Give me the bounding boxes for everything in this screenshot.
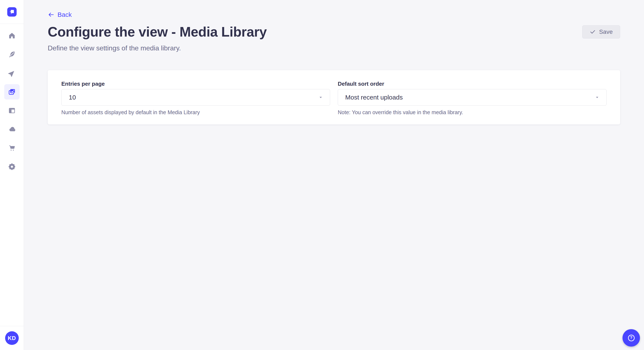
feather-content-icon xyxy=(8,51,16,58)
cloud-icon xyxy=(8,126,16,133)
sidebar-item-home[interactable] xyxy=(4,28,20,43)
field-label: Entries per page xyxy=(61,81,330,87)
chevron-down-icon xyxy=(318,95,324,100)
field-default-sort-order: Default sort order Most recent uploads N… xyxy=(338,81,606,115)
field-label: Default sort order xyxy=(338,81,606,87)
layout-builder-icon xyxy=(8,107,16,114)
entries-per-page-select[interactable]: 10 xyxy=(61,89,330,106)
sidebar-item-media-library[interactable] xyxy=(4,84,20,100)
logo-section xyxy=(0,0,24,24)
sidebar-nav xyxy=(0,28,24,174)
back-link[interactable]: Back xyxy=(48,0,72,18)
page-title: Configure the view - Media Library xyxy=(48,25,267,39)
sidebar-footer: KD xyxy=(0,326,24,350)
default-sort-order-select[interactable]: Most recent uploads xyxy=(338,89,606,106)
cart-marketplace-icon xyxy=(8,144,16,152)
strapi-logo[interactable] xyxy=(7,7,16,16)
question-mark-icon: ? xyxy=(628,335,635,341)
gear-settings-icon xyxy=(8,163,16,171)
arrow-left-icon xyxy=(48,11,54,18)
select-value: 10 xyxy=(69,94,76,101)
home-icon xyxy=(8,32,16,39)
sidebar-item-content[interactable] xyxy=(4,47,20,62)
settings-card: Entries per page 10 Number of assets dis… xyxy=(48,70,620,124)
user-avatar[interactable]: KD xyxy=(5,331,19,345)
chevron-down-icon xyxy=(594,95,600,100)
field-hint: Note: You can override this value in the… xyxy=(338,110,606,115)
help-button[interactable]: ? xyxy=(622,329,640,347)
sidebar-item-content-type-builder[interactable] xyxy=(4,103,20,118)
sidebar-item-cloud[interactable] xyxy=(4,122,20,137)
page-subtitle: Define the view settings of the media li… xyxy=(48,45,620,51)
main-content: Back Configure the view - Media Library … xyxy=(24,0,644,350)
select-value: Most recent uploads xyxy=(345,94,403,101)
paper-plane-icon xyxy=(8,69,16,77)
sidebar-item-releases[interactable] xyxy=(4,65,20,81)
field-entries-per-page: Entries per page 10 Number of assets dis… xyxy=(61,81,330,115)
strapi-logo-icon xyxy=(7,7,16,16)
sidebar-item-settings[interactable] xyxy=(4,159,20,174)
check-icon xyxy=(590,29,596,35)
field-hint: Number of assets displayed by default in… xyxy=(61,110,330,115)
sidebar-item-marketplace[interactable] xyxy=(4,140,20,156)
media-library-icon xyxy=(8,88,16,96)
back-label: Back xyxy=(58,11,72,18)
save-button-label: Save xyxy=(599,28,613,35)
sidebar: KD xyxy=(0,0,24,350)
page-header: Configure the view - Media Library Save xyxy=(48,25,620,39)
save-button[interactable]: Save xyxy=(582,25,620,38)
